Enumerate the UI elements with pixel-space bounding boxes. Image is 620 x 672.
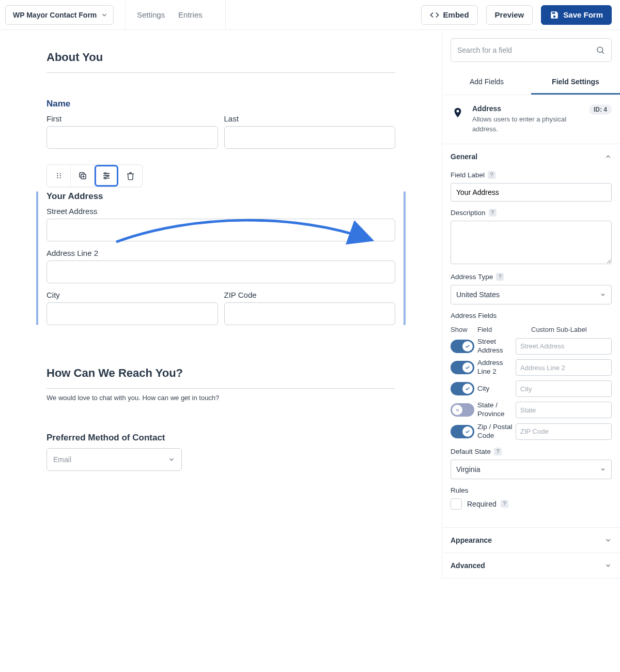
default-state-value: Virginia bbox=[456, 465, 480, 474]
help-icon[interactable]: ? bbox=[489, 209, 497, 217]
embed-label: Embed bbox=[443, 10, 469, 19]
duplicate-button[interactable] bbox=[71, 165, 95, 187]
form-name: WP Mayor Contact Form bbox=[13, 11, 97, 19]
panel-appearance: Appearance bbox=[442, 528, 620, 553]
preview-button[interactable]: Preview bbox=[486, 5, 533, 25]
label-rules: Rules bbox=[451, 486, 612, 494]
street-label: Street Address bbox=[47, 207, 395, 216]
address-field[interactable]: Your Address Street Address Address Line… bbox=[47, 191, 395, 325]
toggle-show[interactable] bbox=[451, 361, 474, 374]
svg-point-1 bbox=[57, 175, 58, 176]
first-label: First bbox=[47, 114, 218, 123]
drag-handle[interactable] bbox=[47, 165, 71, 187]
address-field-row: Street Address bbox=[451, 338, 612, 355]
nav-settings[interactable]: Settings bbox=[137, 10, 165, 19]
col-field: Field bbox=[477, 326, 531, 333]
custom-sublabel-input[interactable] bbox=[516, 338, 612, 355]
col-show: Show bbox=[451, 326, 477, 333]
help-icon[interactable]: ? bbox=[496, 273, 504, 281]
svg-point-13 bbox=[107, 175, 109, 177]
svg-point-0 bbox=[57, 173, 58, 174]
section-reach-you: How Can We Reach You? bbox=[47, 366, 395, 389]
input-field-label[interactable] bbox=[451, 183, 612, 202]
embed-button[interactable]: Embed bbox=[421, 5, 478, 25]
panel-general-head[interactable]: General bbox=[442, 144, 620, 169]
name-field[interactable]: Name First Last bbox=[47, 99, 395, 149]
preferred-select[interactable]: Email bbox=[47, 448, 182, 471]
zip-input[interactable] bbox=[224, 302, 396, 325]
name-label: Name bbox=[47, 99, 395, 109]
trash-icon bbox=[126, 172, 135, 180]
custom-sublabel-input[interactable] bbox=[516, 380, 612, 397]
form-switcher[interactable]: WP Mayor Contact Form bbox=[5, 5, 114, 25]
street-input[interactable] bbox=[47, 219, 395, 241]
top-bar: WP Mayor Contact Form Settings Entries E… bbox=[0, 0, 620, 30]
panel-appearance-head[interactable]: Appearance bbox=[442, 528, 620, 553]
field-sidebar: Search for a field Add Fields Field Sett… bbox=[442, 30, 620, 578]
help-icon[interactable]: ? bbox=[494, 448, 502, 455]
required-label: Required bbox=[467, 500, 497, 508]
tab-field-settings[interactable]: Field Settings bbox=[531, 70, 620, 95]
form-canvas: About You Name First Last bbox=[0, 30, 442, 578]
input-description[interactable] bbox=[451, 221, 612, 264]
svg-line-16 bbox=[602, 52, 603, 53]
help-icon[interactable]: ? bbox=[488, 171, 495, 179]
nav-entries[interactable]: Entries bbox=[178, 10, 203, 19]
first-input[interactable] bbox=[47, 126, 218, 149]
field-id-badge: ID: 4 bbox=[589, 104, 612, 115]
toggle-show[interactable] bbox=[451, 340, 474, 353]
field-title: Address bbox=[472, 104, 582, 113]
preferred-label: Preferred Method of Contact bbox=[47, 433, 395, 443]
panel-advanced-head[interactable]: Advanced bbox=[442, 553, 620, 578]
panel-advanced: Advanced bbox=[442, 553, 620, 578]
address-field-name: Zip / Postal Code bbox=[477, 423, 516, 440]
panel-general-title: General bbox=[451, 152, 477, 161]
select-address-type[interactable]: United States bbox=[451, 285, 612, 304]
toggle-show[interactable] bbox=[451, 403, 474, 417]
label-field-label: Field Label? bbox=[451, 171, 612, 179]
select-default-state[interactable]: Virginia bbox=[451, 460, 612, 479]
selection-marker bbox=[36, 191, 38, 325]
last-input[interactable] bbox=[224, 126, 396, 149]
save-label: Save Form bbox=[563, 10, 603, 19]
save-icon bbox=[550, 10, 559, 20]
custom-sublabel-input[interactable] bbox=[516, 423, 612, 440]
preferred-value: Email bbox=[53, 455, 71, 464]
city-input[interactable] bbox=[47, 302, 218, 325]
field-search[interactable]: Search for a field bbox=[451, 38, 612, 62]
code-icon bbox=[430, 10, 439, 20]
toggle-show[interactable] bbox=[451, 382, 474, 395]
label-default-state: Default State? bbox=[451, 448, 612, 455]
address-field-row: Address Line 2 bbox=[451, 359, 612, 376]
settings-button[interactable] bbox=[95, 165, 118, 187]
search-placeholder: Search for a field bbox=[457, 46, 596, 54]
save-form-button[interactable]: Save Form bbox=[541, 5, 612, 25]
svg-point-12 bbox=[104, 173, 106, 174]
main: About You Name First Last bbox=[0, 30, 620, 578]
search-icon bbox=[596, 45, 605, 55]
delete-button[interactable] bbox=[118, 165, 142, 187]
line2-input[interactable] bbox=[47, 261, 395, 283]
label-description: Description? bbox=[451, 209, 612, 217]
city-label: City bbox=[47, 291, 218, 299]
address-label: Your Address bbox=[47, 191, 395, 202]
toggle-show[interactable] bbox=[451, 425, 474, 438]
address-type-value: United States bbox=[456, 291, 500, 299]
chevron-down-icon bbox=[605, 562, 612, 569]
checkbox-required[interactable] bbox=[451, 498, 462, 510]
svg-point-2 bbox=[57, 177, 58, 178]
tab-add-fields[interactable]: Add Fields bbox=[442, 70, 531, 95]
zip-label: ZIP Code bbox=[224, 291, 396, 299]
address-field-name: Street Address bbox=[477, 338, 516, 355]
help-icon[interactable]: ? bbox=[501, 500, 508, 508]
sidebar-tabs: Add Fields Field Settings bbox=[442, 70, 620, 95]
custom-sublabel-input[interactable] bbox=[516, 359, 612, 376]
selection-marker bbox=[404, 191, 406, 325]
reach-you-desc: We would love to chat with you. How can … bbox=[47, 394, 395, 402]
custom-sublabel-input[interactable] bbox=[516, 402, 612, 418]
field-header: Address Allows users to enter a physical… bbox=[442, 95, 620, 144]
panel-general: General Field Label? Description? Addres… bbox=[442, 144, 620, 528]
svg-point-15 bbox=[597, 47, 603, 53]
duplicate-icon bbox=[78, 171, 87, 180]
chevron-down-icon bbox=[600, 292, 606, 298]
